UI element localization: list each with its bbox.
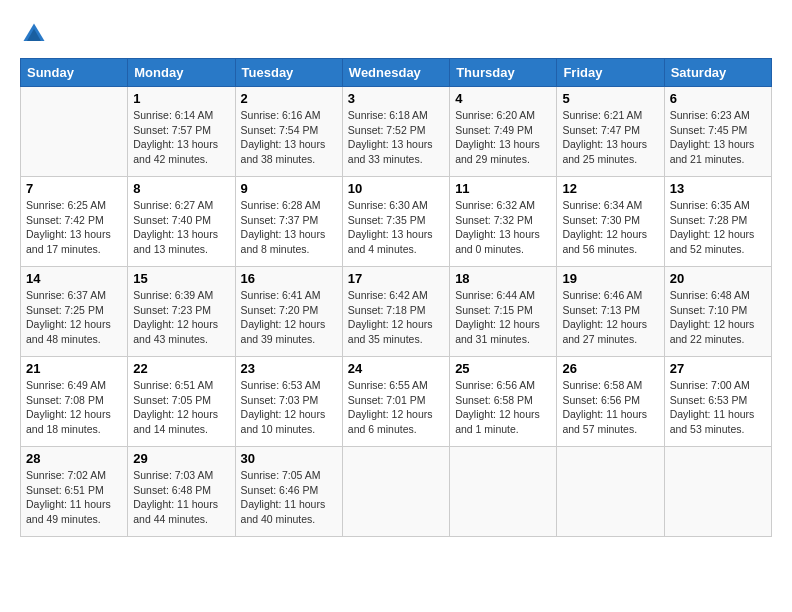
- calendar-week-row: 14Sunrise: 6:37 AMSunset: 7:25 PMDayligh…: [21, 267, 772, 357]
- day-info: Sunrise: 6:23 AMSunset: 7:45 PMDaylight:…: [670, 108, 766, 167]
- day-number: 6: [670, 91, 766, 106]
- calendar-cell: 9Sunrise: 6:28 AMSunset: 7:37 PMDaylight…: [235, 177, 342, 267]
- calendar-cell: 19Sunrise: 6:46 AMSunset: 7:13 PMDayligh…: [557, 267, 664, 357]
- day-info: Sunrise: 6:21 AMSunset: 7:47 PMDaylight:…: [562, 108, 658, 167]
- day-info: Sunrise: 6:46 AMSunset: 7:13 PMDaylight:…: [562, 288, 658, 347]
- day-number: 14: [26, 271, 122, 286]
- day-number: 21: [26, 361, 122, 376]
- day-info: Sunrise: 6:20 AMSunset: 7:49 PMDaylight:…: [455, 108, 551, 167]
- day-number: 10: [348, 181, 444, 196]
- day-number: 9: [241, 181, 337, 196]
- calendar-week-row: 7Sunrise: 6:25 AMSunset: 7:42 PMDaylight…: [21, 177, 772, 267]
- day-info: Sunrise: 6:35 AMSunset: 7:28 PMDaylight:…: [670, 198, 766, 257]
- calendar-cell: 4Sunrise: 6:20 AMSunset: 7:49 PMDaylight…: [450, 87, 557, 177]
- calendar-cell: 15Sunrise: 6:39 AMSunset: 7:23 PMDayligh…: [128, 267, 235, 357]
- day-number: 26: [562, 361, 658, 376]
- day-info: Sunrise: 6:18 AMSunset: 7:52 PMDaylight:…: [348, 108, 444, 167]
- calendar-cell: 20Sunrise: 6:48 AMSunset: 7:10 PMDayligh…: [664, 267, 771, 357]
- calendar-cell: 3Sunrise: 6:18 AMSunset: 7:52 PMDaylight…: [342, 87, 449, 177]
- day-info: Sunrise: 6:27 AMSunset: 7:40 PMDaylight:…: [133, 198, 229, 257]
- day-number: 16: [241, 271, 337, 286]
- day-info: Sunrise: 6:34 AMSunset: 7:30 PMDaylight:…: [562, 198, 658, 257]
- calendar-cell: 21Sunrise: 6:49 AMSunset: 7:08 PMDayligh…: [21, 357, 128, 447]
- calendar-cell: 30Sunrise: 7:05 AMSunset: 6:46 PMDayligh…: [235, 447, 342, 537]
- logo: [20, 20, 52, 48]
- calendar-day-header: Monday: [128, 59, 235, 87]
- calendar-cell: [21, 87, 128, 177]
- calendar-day-header: Wednesday: [342, 59, 449, 87]
- day-number: 5: [562, 91, 658, 106]
- calendar-cell: 11Sunrise: 6:32 AMSunset: 7:32 PMDayligh…: [450, 177, 557, 267]
- calendar-cell: 24Sunrise: 6:55 AMSunset: 7:01 PMDayligh…: [342, 357, 449, 447]
- day-info: Sunrise: 7:02 AMSunset: 6:51 PMDaylight:…: [26, 468, 122, 527]
- day-number: 22: [133, 361, 229, 376]
- day-info: Sunrise: 6:53 AMSunset: 7:03 PMDaylight:…: [241, 378, 337, 437]
- calendar-cell: [557, 447, 664, 537]
- calendar-cell: [664, 447, 771, 537]
- day-info: Sunrise: 6:30 AMSunset: 7:35 PMDaylight:…: [348, 198, 444, 257]
- calendar-cell: 1Sunrise: 6:14 AMSunset: 7:57 PMDaylight…: [128, 87, 235, 177]
- day-info: Sunrise: 6:42 AMSunset: 7:18 PMDaylight:…: [348, 288, 444, 347]
- calendar-cell: [342, 447, 449, 537]
- day-info: Sunrise: 6:28 AMSunset: 7:37 PMDaylight:…: [241, 198, 337, 257]
- day-info: Sunrise: 7:03 AMSunset: 6:48 PMDaylight:…: [133, 468, 229, 527]
- day-number: 23: [241, 361, 337, 376]
- calendar-table: SundayMondayTuesdayWednesdayThursdayFrid…: [20, 58, 772, 537]
- calendar-cell: 2Sunrise: 6:16 AMSunset: 7:54 PMDaylight…: [235, 87, 342, 177]
- day-number: 19: [562, 271, 658, 286]
- day-number: 17: [348, 271, 444, 286]
- day-number: 29: [133, 451, 229, 466]
- page-header: [20, 20, 772, 48]
- calendar-week-row: 1Sunrise: 6:14 AMSunset: 7:57 PMDaylight…: [21, 87, 772, 177]
- calendar-cell: 28Sunrise: 7:02 AMSunset: 6:51 PMDayligh…: [21, 447, 128, 537]
- day-info: Sunrise: 7:00 AMSunset: 6:53 PMDaylight:…: [670, 378, 766, 437]
- calendar-cell: 23Sunrise: 6:53 AMSunset: 7:03 PMDayligh…: [235, 357, 342, 447]
- calendar-cell: 17Sunrise: 6:42 AMSunset: 7:18 PMDayligh…: [342, 267, 449, 357]
- calendar-week-row: 28Sunrise: 7:02 AMSunset: 6:51 PMDayligh…: [21, 447, 772, 537]
- day-number: 12: [562, 181, 658, 196]
- day-number: 28: [26, 451, 122, 466]
- calendar-header-row: SundayMondayTuesdayWednesdayThursdayFrid…: [21, 59, 772, 87]
- calendar-day-header: Thursday: [450, 59, 557, 87]
- calendar-cell: 27Sunrise: 7:00 AMSunset: 6:53 PMDayligh…: [664, 357, 771, 447]
- day-info: Sunrise: 6:51 AMSunset: 7:05 PMDaylight:…: [133, 378, 229, 437]
- calendar-cell: 8Sunrise: 6:27 AMSunset: 7:40 PMDaylight…: [128, 177, 235, 267]
- day-number: 27: [670, 361, 766, 376]
- day-info: Sunrise: 6:16 AMSunset: 7:54 PMDaylight:…: [241, 108, 337, 167]
- day-number: 4: [455, 91, 551, 106]
- calendar-cell: 22Sunrise: 6:51 AMSunset: 7:05 PMDayligh…: [128, 357, 235, 447]
- day-info: Sunrise: 6:14 AMSunset: 7:57 PMDaylight:…: [133, 108, 229, 167]
- day-info: Sunrise: 6:44 AMSunset: 7:15 PMDaylight:…: [455, 288, 551, 347]
- day-info: Sunrise: 6:32 AMSunset: 7:32 PMDaylight:…: [455, 198, 551, 257]
- day-number: 3: [348, 91, 444, 106]
- calendar-week-row: 21Sunrise: 6:49 AMSunset: 7:08 PMDayligh…: [21, 357, 772, 447]
- calendar-day-header: Tuesday: [235, 59, 342, 87]
- calendar-cell: 6Sunrise: 6:23 AMSunset: 7:45 PMDaylight…: [664, 87, 771, 177]
- day-info: Sunrise: 7:05 AMSunset: 6:46 PMDaylight:…: [241, 468, 337, 527]
- day-info: Sunrise: 6:56 AMSunset: 6:58 PMDaylight:…: [455, 378, 551, 437]
- day-info: Sunrise: 6:55 AMSunset: 7:01 PMDaylight:…: [348, 378, 444, 437]
- logo-icon: [20, 20, 48, 48]
- day-info: Sunrise: 6:48 AMSunset: 7:10 PMDaylight:…: [670, 288, 766, 347]
- calendar-cell: 18Sunrise: 6:44 AMSunset: 7:15 PMDayligh…: [450, 267, 557, 357]
- calendar-cell: 5Sunrise: 6:21 AMSunset: 7:47 PMDaylight…: [557, 87, 664, 177]
- day-number: 30: [241, 451, 337, 466]
- day-number: 25: [455, 361, 551, 376]
- day-info: Sunrise: 6:39 AMSunset: 7:23 PMDaylight:…: [133, 288, 229, 347]
- day-number: 1: [133, 91, 229, 106]
- calendar-cell: 25Sunrise: 6:56 AMSunset: 6:58 PMDayligh…: [450, 357, 557, 447]
- day-number: 11: [455, 181, 551, 196]
- calendar-cell: [450, 447, 557, 537]
- day-number: 18: [455, 271, 551, 286]
- calendar-cell: 16Sunrise: 6:41 AMSunset: 7:20 PMDayligh…: [235, 267, 342, 357]
- calendar-cell: 14Sunrise: 6:37 AMSunset: 7:25 PMDayligh…: [21, 267, 128, 357]
- day-number: 20: [670, 271, 766, 286]
- calendar-day-header: Saturday: [664, 59, 771, 87]
- calendar-cell: 29Sunrise: 7:03 AMSunset: 6:48 PMDayligh…: [128, 447, 235, 537]
- day-info: Sunrise: 6:58 AMSunset: 6:56 PMDaylight:…: [562, 378, 658, 437]
- day-number: 7: [26, 181, 122, 196]
- calendar-cell: 7Sunrise: 6:25 AMSunset: 7:42 PMDaylight…: [21, 177, 128, 267]
- day-info: Sunrise: 6:37 AMSunset: 7:25 PMDaylight:…: [26, 288, 122, 347]
- day-number: 13: [670, 181, 766, 196]
- day-info: Sunrise: 6:41 AMSunset: 7:20 PMDaylight:…: [241, 288, 337, 347]
